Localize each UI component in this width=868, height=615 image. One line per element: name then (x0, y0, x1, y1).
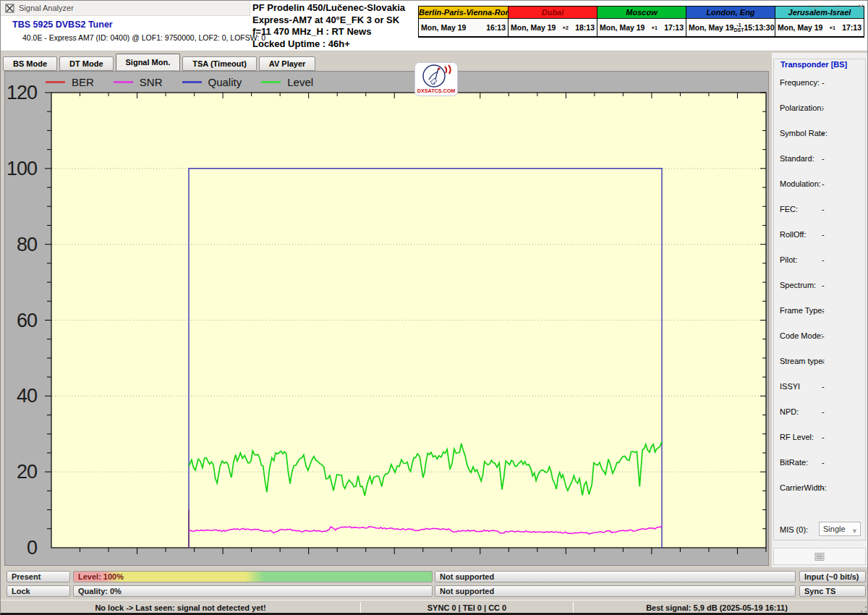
statusbar-lock-message: No lock -> Last seen: signal not detecte… (1, 601, 360, 614)
field-value: - (822, 331, 825, 340)
tab-av-player[interactable]: AV Player (259, 56, 316, 71)
clock-city: Berlin-Paris-Vienna-Roma (419, 7, 508, 19)
field-value: - (822, 103, 825, 112)
clock-date: Mon, May 19 (511, 23, 556, 32)
transponder-field-standard: Standard: - (774, 154, 867, 166)
field-label: FEC: (780, 205, 798, 213)
clock-date: Mon, May 19 (600, 23, 644, 32)
transponder-field-bitrate: BitRate: - (774, 458, 867, 470)
clock-london-eng: London, Eng Mon, May 19-1DST 15:13:30 (686, 7, 775, 37)
title-bar: Signal Analyzer (1, 1, 250, 16)
svg-text:DXSATCS.COM: DXSATCS.COM (417, 88, 456, 94)
transponder-field-stream-type: Stream type: - (774, 357, 867, 368)
mis-label: MIS (0): (780, 525, 808, 534)
clock-date: Mon, May 19 (689, 23, 733, 32)
info-line: f=11 470 MHz_H : RT News (252, 26, 405, 38)
app-icon (5, 4, 14, 13)
field-value: - (822, 306, 825, 315)
field-label: Symbol Rate: (780, 129, 827, 137)
transponder-field-rolloff: RollOff: - (774, 230, 867, 242)
transponder-field-rf-level: RF Level: - (774, 433, 867, 444)
tab-bar: BS ModeDT ModeSignal Mon.TSA (Timeout)AV… (3, 53, 318, 71)
level-label: Level: 100% (78, 572, 124, 581)
tab-signal-mon[interactable]: Signal Mon. (116, 54, 181, 71)
transponder-panel: Transponder [BS] MIS (0): Single ▼ Frequ… (772, 53, 868, 567)
y-axis-labels: 020406080100120 (5, 72, 37, 567)
transponder-field-polarization: Polarization: - (774, 103, 867, 115)
y-axis-tick-label: 0 (5, 537, 37, 559)
level-progressbar: Level: 100% (73, 571, 433, 582)
field-value: - (822, 281, 825, 289)
tab-dt-mode[interactable]: DT Mode (59, 56, 113, 71)
transponder-field-spectrum: Spectrum: - (774, 281, 867, 292)
not-supported-bar-2: Not supported (435, 585, 796, 597)
field-label: Spectrum: (780, 281, 816, 289)
legend-swatch-icon (114, 81, 133, 83)
clock-offset: -1DST (733, 22, 744, 33)
clock-value: 15:13:30 (744, 23, 774, 32)
world-clocks: Berlin-Paris-Vienna-Roma Mon, May 19 16:… (418, 6, 864, 38)
panel-tool-button[interactable] (773, 548, 866, 565)
tuner-subtitle: 40.0E - Express AM7 (ID: 0400) @ LOF1: 9… (22, 33, 265, 42)
field-label: Standard: (780, 154, 814, 163)
field-label: ISSYI (780, 382, 800, 391)
signal-analyzer-app: { "window": { "title": "Signal Analyzer"… (0, 0, 868, 615)
header: Signal Analyzer — □ ✕ TBS 5925 DVBS2 Tun… (1, 1, 868, 51)
info-line: PF Prodelin 450/Lučenec-Slovakia (252, 2, 405, 14)
tab-tsa-timeout[interactable]: TSA (Timeout) (182, 56, 257, 71)
field-value: - (822, 407, 825, 416)
clock-value: 18:13 (575, 23, 595, 32)
reception-info: PF Prodelin 450/Lučenec-SlovakiaExpress-… (252, 2, 405, 50)
clock-city: Moscow (597, 7, 686, 19)
transponder-field-code-mode: Code Mode: - (774, 331, 867, 343)
clock-value: 17:13 (842, 23, 861, 32)
y-axis-tick-label: 80 (5, 234, 37, 255)
field-label: Frequency: (780, 78, 820, 87)
info-line: Express-AM7 at 40°E_FK 3 or SK (252, 14, 405, 27)
clock-time: Mon, May 19-1DST 15:13:30 (686, 19, 775, 36)
clock-offset: +1 (644, 25, 664, 30)
not-supported-bar-1: Not supported (435, 571, 796, 582)
clock-value: 17:13 (664, 23, 684, 32)
present-indicator: Present (7, 571, 70, 582)
mis-value: Single (823, 525, 846, 533)
signal-chart-panel: BER SNR Quality Level 020406080100120 DX… (4, 71, 769, 566)
status-bar: No lock -> Last seen: signal not detecte… (1, 600, 868, 614)
clock-date: Mon, May 19 (778, 23, 822, 32)
y-axis-tick-label: 20 (5, 461, 37, 483)
field-label: Frame Type: (780, 306, 825, 315)
field-label: Polarization: (780, 103, 824, 112)
clock-date: Mon, May 19 (421, 23, 466, 32)
input-rate-indicator: Input (~0 bit/s) (799, 571, 866, 582)
transponder-field-npd: NPD: - (774, 407, 867, 419)
field-label: Code Mode: (780, 331, 823, 340)
field-label: Modulation: (780, 179, 821, 188)
resize-grip[interactable] (860, 601, 868, 614)
lock-indicator: Lock (7, 585, 70, 597)
field-value: - (822, 230, 825, 239)
field-value: - (822, 382, 825, 391)
field-value: - (822, 483, 825, 492)
close-icon[interactable]: ✕ (858, 2, 864, 12)
tuner-title: TBS 5925 DVBS2 Tuner (12, 20, 113, 30)
mis-dropdown[interactable]: Single ▼ (819, 522, 861, 536)
minimize-icon[interactable]: — (810, 2, 818, 12)
field-value: - (822, 433, 825, 441)
field-label: Pilot: (780, 255, 797, 264)
field-value: - (822, 255, 825, 264)
list-icon (814, 553, 825, 561)
clock-offset: +2 (556, 25, 575, 30)
clock-dubai: Dubai Mon, May 19+2 18:13 (508, 7, 597, 37)
window-title: Signal Analyzer (19, 4, 74, 12)
maximize-icon[interactable]: □ (835, 2, 841, 12)
clock-time: Mon, May 19+1 17:13 (775, 19, 864, 36)
statusbar-sync-counters: SYNC 0 | TEI 0 | CC 0 (361, 601, 573, 614)
clock-moscow: Moscow Mon, May 19+1 17:13 (597, 7, 686, 37)
tab-bs-mode[interactable]: BS Mode (3, 56, 57, 71)
grip-dots-icon (860, 606, 867, 613)
field-label: BitRate: (780, 458, 808, 467)
field-value: - (822, 78, 825, 87)
transponder-field-carrierwidth: CarrierWidth: - (774, 483, 867, 495)
clock-berlin-paris-vienna-roma: Berlin-Paris-Vienna-Roma Mon, May 19 16:… (419, 7, 508, 37)
transponder-field-frame-type: Frame Type: - (774, 306, 867, 318)
